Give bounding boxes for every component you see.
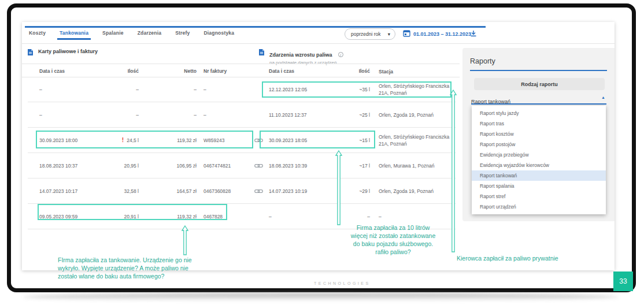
cell-qty: ~25 l [330, 112, 370, 118]
table-row[interactable]: – – – – [28, 102, 265, 128]
cell-net: – [139, 87, 197, 92]
info-icon[interactable]: i [338, 52, 343, 57]
annotation-text-right: Kierowca zapłacił za paliwo prywatnie [457, 254, 558, 262]
option-raport-stylu-jazdy[interactable]: Raport stylu jazdy [472, 108, 606, 118]
option-raport-tras[interactable]: Raport tras [472, 118, 606, 129]
reports-panel-title: Raporty [470, 57, 495, 65]
screenshot-stage: Koszty Tankowania Spalanie Zdarzenia Str… [0, 0, 644, 305]
cell-qty: 32,58 l [100, 188, 139, 194]
highlight-box-left-row3 [36, 131, 253, 148]
col-qty: Ilość [330, 68, 370, 77]
annotation-arrow-right [450, 90, 457, 252]
cell-station: – [370, 213, 456, 220]
option-ewidencja-wyjazdow[interactable]: Ewidencja wyjazdów kierowców [472, 160, 606, 170]
link-icon[interactable] [252, 163, 265, 169]
option-raport-stref[interactable]: Raport stref [472, 191, 606, 202]
col-date: Data i czas [39, 68, 100, 77]
col-qty: Ilość [100, 68, 139, 77]
right-table-title: Zdarzenia wzrostu paliwa [269, 52, 332, 58]
cell-station: Orlen, Murawa 1, Poznań [370, 162, 456, 169]
cell-invoice: – [197, 112, 252, 118]
reports-panel-divider [470, 70, 607, 71]
cell-date: 14.07.2023 10:19 [269, 188, 330, 194]
highlight-box-right-row3 [260, 131, 375, 148]
col-net: Netto [139, 68, 197, 77]
download-icon[interactable] [470, 30, 477, 37]
right-table-body: 12.12.2023 12:05 ~35 l Orlen, Stróżyński… [265, 77, 456, 229]
page-number-badge: 33 [613, 271, 633, 291]
tab-diagnostyka[interactable]: Diagnostyka [203, 30, 234, 40]
cell-date: 11.10.2023 12:37 [269, 112, 330, 118]
cell-invoice: – [197, 87, 252, 92]
date-range[interactable]: 01.01.2023 – 31.12.2023 [413, 31, 471, 37]
option-raport-tankowan[interactable]: Raport tankowań [472, 170, 606, 181]
table-row[interactable]: 18.08.2023 10:37 20,95 l 106,95 zł 04674… [28, 153, 265, 178]
annotation-text-middle: Firma zapłaciła za 10 litrów więcej niż … [341, 224, 445, 256]
cell-date: – [269, 214, 330, 220]
right-table-header: Data i czas Ilość Stacja [265, 68, 456, 77]
cell-date: – [39, 87, 100, 92]
cell-station: Orlen, Zgoda 19, Poznań [370, 188, 456, 195]
annotation-text-left: FIrma zapłaciła za tankowanie. Urządzeni… [58, 256, 243, 280]
tab-strefy[interactable]: Strefy [175, 30, 190, 40]
table-row[interactable]: 14.07.2023 10:17 32,58 l 164,57 zł 04673… [28, 178, 265, 204]
right-section-header: Zdarzenia wzrostu paliwai na podstawie d… [258, 49, 343, 65]
link-icon[interactable] [252, 188, 265, 194]
document-icon [27, 49, 34, 56]
cell-net: 164,57 zł [139, 188, 197, 194]
cell-date: 18.08.2023 10:39 [269, 163, 330, 169]
cell-station: Orlen, Stróżyńskiego Franciszka 21A, Poz… [370, 133, 456, 147]
col-date: Data i czas [269, 68, 330, 77]
highlight-box-right-row1 [262, 81, 451, 98]
table-row[interactable]: 11.10.2023 12:37 ~25 l Orlen, Zgoda 19, … [265, 102, 456, 128]
annotation-arrow-middle [335, 150, 342, 225]
tabbar-divider [22, 43, 615, 44]
option-ewidencja-przebiegow[interactable]: Ewidencja przebiegów [472, 150, 606, 160]
col-station: Stacja [370, 68, 456, 77]
period-preset-value: poprzedni rok [351, 31, 381, 37]
report-select-underline [471, 103, 606, 105]
cell-invoice: 0467360828 [197, 188, 252, 194]
tab-bar: Koszty Tankowania Spalanie Zdarzenia Str… [29, 30, 234, 40]
report-type-button[interactable]: Rodzaj raportu [474, 78, 605, 90]
tab-zdarzenia[interactable]: Zdarzenia [138, 30, 161, 40]
option-raport-kosztow[interactable]: Raport kosztów [472, 129, 606, 139]
top-accent-line [25, 26, 486, 28]
left-table-title: Karty paliwowe i faktury [38, 49, 98, 54]
option-raport-spalania[interactable]: Raport spalania [472, 181, 606, 191]
cell-qty: – [100, 112, 139, 118]
frame-shadow [23, 293, 619, 301]
document-icon [258, 49, 265, 56]
table-row[interactable]: – – – – [28, 77, 265, 102]
left-table-header: Data i czas Ilość Netto Nr faktury [28, 68, 265, 77]
table-row[interactable]: 18.08.2023 10:39 ~17 l Orlen, Murawa 1, … [265, 153, 456, 178]
chevron-up-icon: ▲ [601, 95, 605, 99]
watermark: TECHNOLOGIES [314, 281, 371, 285]
period-preset-select[interactable]: poprzedni rok ▾ [345, 28, 395, 40]
left-section-header: Karty paliwowe i faktury [27, 49, 98, 56]
cell-date: – [39, 112, 100, 118]
report-select[interactable]: Raport tankowań ▲ [471, 95, 606, 106]
cell-date: 18.08.2023 10:37 [39, 163, 100, 169]
highlight-box-left-row6 [38, 204, 227, 220]
tab-koszty[interactable]: Koszty [29, 30, 46, 40]
calendar-icon[interactable] [403, 29, 410, 37]
option-raport-postojow[interactable]: Raport postojów [472, 139, 606, 150]
cell-qty: 20,95 l [100, 163, 139, 169]
cell-invoice: 0467474821 [197, 163, 252, 169]
cell-qty: – [100, 87, 139, 92]
cell-station: Orlen, Zgoda 19, Poznań [370, 111, 456, 118]
tab-tankowania[interactable]: Tankowania [60, 30, 88, 40]
section-divider [22, 64, 460, 64]
cell-net: 106,95 zł [139, 163, 197, 169]
tab-spalanie[interactable]: Spalanie [102, 30, 124, 40]
reports-panel: Raporty Rodzaj raportu Raport tankowań ▲… [462, 48, 615, 221]
col-invoice: Nr faktury [197, 68, 252, 77]
table-row[interactable]: 14.07.2023 10:19 ~29 l Orlen, Zgoda 19, … [265, 178, 456, 204]
report-options-menu: Raport stylu jazdy Raport tras Raport ko… [472, 106, 606, 214]
cell-net: – [139, 112, 197, 118]
cell-date: 14.07.2023 10:17 [39, 188, 100, 194]
chevron-down-icon: ▾ [388, 32, 390, 37]
option-raport-urzadzen[interactable]: Raport urządzeń [472, 202, 606, 212]
annotation-arrow-left [182, 225, 188, 255]
